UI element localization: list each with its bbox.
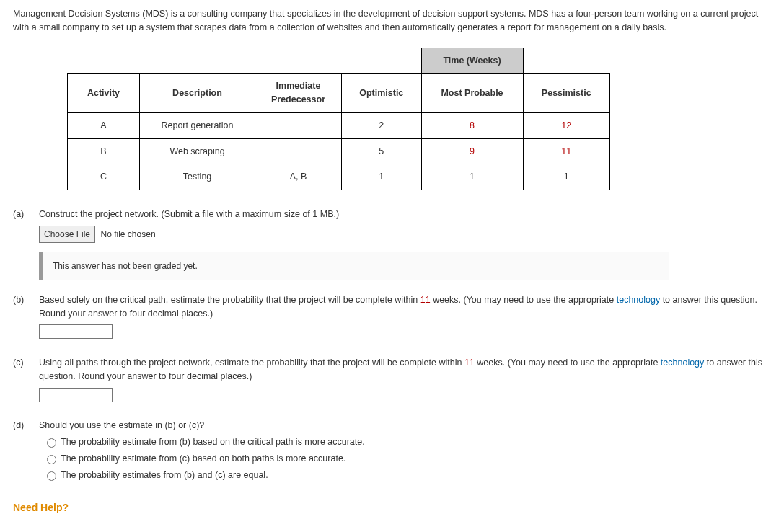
intro-text: Management Decision Systems (MDS) is a c…	[13, 7, 771, 35]
cell-predecessor	[255, 112, 342, 138]
answer-input-c[interactable]	[39, 388, 113, 402]
radio-label: The probability estimates from (b) and (…	[61, 469, 268, 482]
part-b: (b) Based solely on the critical path, e…	[13, 293, 771, 343]
cell-predecessor: A, B	[255, 164, 342, 190]
choose-file-button[interactable]: Choose File	[39, 226, 95, 243]
answer-input-b[interactable]	[39, 324, 113, 339]
part-a-text: Construct the project network. (Submit a…	[39, 208, 771, 221]
cell-pessimistic: 11	[523, 138, 610, 164]
table-row: C Testing A, B 1 1 1	[68, 164, 610, 190]
table-row: A Report generation 2 8 12	[68, 112, 610, 138]
cell-optimistic: 5	[342, 138, 422, 164]
cell-optimistic: 2	[342, 112, 422, 138]
cell-predecessor	[255, 138, 342, 164]
cell-optimistic: 1	[342, 164, 422, 190]
no-file-text: No file chosen	[101, 229, 156, 239]
col-activity: Activity	[68, 74, 140, 113]
radio-option-2[interactable]	[47, 455, 56, 464]
radio-label: The probability estimate from (b) based …	[61, 435, 365, 449]
part-d: (d) Should you use the estimate in (b) o…	[13, 419, 771, 484]
technology-link[interactable]: technology	[617, 295, 660, 305]
part-d-text: Should you use the estimate in (b) or (c…	[39, 419, 771, 433]
cell-description: Testing	[140, 164, 255, 190]
part-c-text: Using all paths through the project netw…	[39, 358, 762, 381]
part-a-label: (a)	[13, 208, 39, 280]
col-most-probable: Most Probable	[421, 74, 523, 113]
col-optimistic: Optimistic	[342, 74, 422, 113]
col-pessimistic: Pessimistic	[523, 74, 610, 113]
activity-table: Time (Weeks) Activity Description Immedi…	[67, 48, 610, 191]
grade-message: This answer has not been graded yet.	[39, 252, 669, 280]
time-header: Time (Weeks)	[421, 48, 523, 74]
cell-pessimistic: 1	[523, 164, 610, 190]
cell-most-probable: 8	[421, 112, 523, 138]
cell-most-probable: 9	[421, 138, 523, 164]
cell-pessimistic: 12	[523, 112, 610, 138]
part-b-text: Based solely on the critical path, estim…	[39, 295, 757, 319]
part-c-label: (c)	[13, 356, 39, 406]
cell-activity: B	[68, 138, 140, 164]
radio-option-3[interactable]	[47, 471, 56, 481]
col-description: Description	[140, 74, 255, 113]
radio-label: The probability estimate from (c) based …	[61, 452, 345, 466]
need-help[interactable]: Need Help?	[13, 500, 771, 515]
cell-activity: A	[68, 112, 140, 138]
col-predecessor: Immediate Predecessor	[255, 74, 342, 113]
radio-option-1[interactable]	[47, 438, 56, 448]
part-d-label: (d)	[13, 419, 39, 484]
cell-description: Web scraping	[140, 138, 255, 164]
technology-link[interactable]: technology	[661, 358, 704, 368]
table-row: B Web scraping 5 9 11	[68, 138, 610, 164]
cell-activity: C	[68, 164, 140, 190]
cell-description: Report generation	[140, 112, 255, 138]
part-a: (a) Construct the project network. (Subm…	[13, 208, 771, 280]
cell-most-probable: 1	[421, 164, 523, 190]
part-c: (c) Using all paths through the project …	[13, 356, 771, 406]
part-b-label: (b)	[13, 293, 39, 343]
